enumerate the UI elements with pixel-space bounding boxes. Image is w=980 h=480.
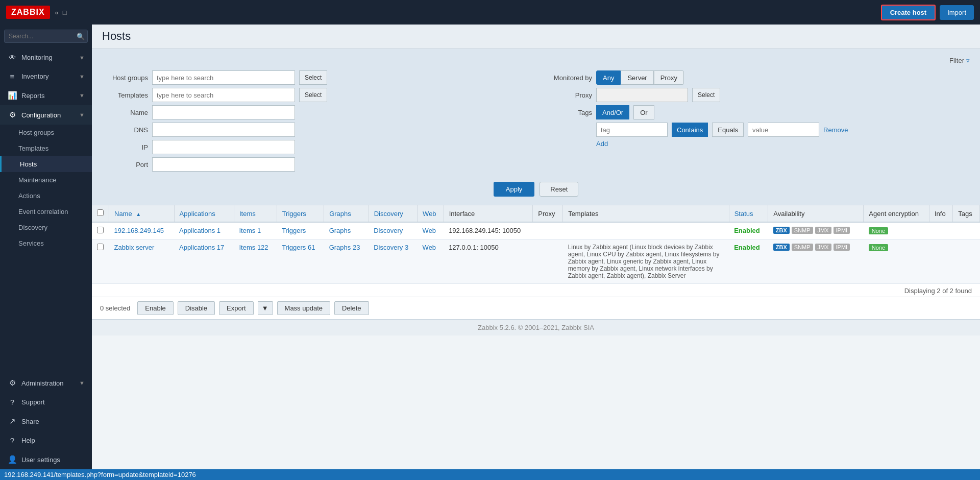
tags-row: Tags And/Or Or [546,105,970,119]
share-icon: ↗ [7,417,17,426]
sidebar-label-inventory: Inventory [21,73,48,80]
contains-button[interactable]: Contains [672,123,708,137]
name-label: Name [102,109,148,116]
chevron-icon: ▼ [79,92,85,99]
equals-button[interactable]: Equals [712,123,744,137]
host-groups-row: Host groups Select [102,70,526,85]
monitored-any-button[interactable]: Any [596,70,621,85]
col-triggers[interactable]: Triggers [277,205,324,222]
sidebar-item-reports[interactable]: 📊 Reports ▼ [0,86,92,105]
sidebar-sub-host-groups[interactable]: Host groups [0,125,92,140]
topbar-nav-icons[interactable]: « □ [55,9,67,16]
templates-select-button[interactable]: Select [299,88,327,102]
col-status[interactable]: Status [729,205,768,222]
filter-section: Filter ▿ Host groups Select Templates Se… [92,49,980,205]
monitored-proxy-button[interactable]: Proxy [654,70,684,85]
discovery-link[interactable]: Discovery 3 [374,244,408,251]
chevron-icon: ▼ [79,380,85,386]
items-link[interactable]: Items 1 [239,227,261,234]
sidebar-item-administration[interactable]: ⚙ Administration ▼ [0,373,92,393]
port-input[interactable] [152,157,295,172]
zbx-badge: ZBX [773,227,790,234]
sidebar-item-help[interactable]: ? Help [0,431,92,450]
discovery-link[interactable]: Discovery [374,227,403,234]
import-button[interactable]: Import [940,5,974,20]
col-name[interactable]: Name ▲ [109,205,175,222]
triggers-link[interactable]: Triggers 61 [282,244,315,251]
add-link[interactable]: Add [596,140,608,148]
search-box[interactable]: 🔍 [4,30,88,43]
tags-or-button[interactable]: Or [633,105,654,119]
encryption-badge: None [869,244,888,251]
help-icon: ? [7,436,17,445]
filter-icon[interactable]: ▿ [966,57,970,64]
dns-input[interactable] [152,123,295,137]
col-items[interactable]: Items [234,205,277,222]
reset-button[interactable]: Reset [540,182,578,197]
col-web[interactable]: Web [418,205,444,222]
sidebar-item-monitoring[interactable]: 👁 Monitoring ▼ [0,48,92,67]
name-input[interactable] [152,105,295,119]
sidebar-item-inventory[interactable]: ≡ Inventory ▼ [0,67,92,86]
proxy-row: Proxy Select [546,88,970,102]
sidebar-sub-maintenance[interactable]: Maintenance [0,172,92,188]
filter-left: Host groups Select Templates Select Name [102,70,526,175]
col-interface: Interface [444,205,533,222]
web-link[interactable]: Web [423,244,436,251]
host-groups-select-button[interactable]: Select [299,70,327,85]
sidebar-sub-discovery[interactable]: Discovery [0,220,92,235]
create-host-button[interactable]: Create host [881,5,936,20]
graphs-link[interactable]: Graphs 23 [329,244,360,251]
graphs-link[interactable]: Graphs [329,227,351,234]
host-name-link[interactable]: Zabbix server [114,244,155,251]
tag-input[interactable] [596,123,668,137]
row-checkbox[interactable] [97,244,104,250]
monitored-server-button[interactable]: Server [621,70,653,85]
sidebar-item-user-settings[interactable]: 👤 User settings [0,450,92,469]
proxy-select-button[interactable]: Select [692,88,720,102]
remove-link[interactable]: Remove [823,126,848,134]
sidebar-label-monitoring: Monitoring [21,54,53,61]
sidebar-sub-actions[interactable]: Actions [0,188,92,204]
apply-button[interactable]: Apply [494,182,535,197]
monitored-by-group: Any Server Proxy [596,70,684,85]
select-all-checkbox[interactable] [97,209,104,216]
delete-button[interactable]: Delete [334,301,369,315]
export-button[interactable]: Export [219,301,254,315]
fullscreen-icon[interactable]: □ [63,9,67,16]
support-icon: ? [7,398,17,406]
web-link[interactable]: Web [423,227,436,234]
status-badge: Enabled [734,227,760,234]
mass-update-button[interactable]: Mass update [277,301,330,315]
tags-andor-button[interactable]: And/Or [596,105,629,119]
search-input[interactable] [4,30,88,43]
status-bar: 192.168.249.141/templates.php?form=updat… [0,469,980,480]
sidebar-sub-event-correlation[interactable]: Event correlation [0,204,92,220]
sidebar-sub-templates[interactable]: Templates [0,140,92,156]
status-url: 192.168.249.141/templates.php?form=updat… [4,471,196,478]
sidebar-item-share[interactable]: ↗ Share [0,412,92,431]
applications-link[interactable]: Applications 17 [179,244,224,251]
disable-button[interactable]: Disable [178,301,215,315]
col-applications[interactable]: Applications [174,205,234,222]
enable-button[interactable]: Enable [137,301,173,315]
row-checkbox[interactable] [97,227,104,233]
displaying-info: Displaying 2 of 2 found [92,284,980,297]
sidebar-sub-hosts[interactable]: Hosts [0,156,92,172]
col-discovery[interactable]: Discovery [369,205,417,222]
host-groups-input[interactable] [152,70,295,85]
triggers-link[interactable]: Triggers [282,227,306,234]
col-graphs[interactable]: Graphs [324,205,369,222]
applications-link[interactable]: Applications 1 [179,227,220,234]
items-link[interactable]: Items 122 [239,244,268,251]
host-name-link[interactable]: 192.168.249.145 [114,227,164,234]
sidebar-sub-services[interactable]: Services [0,235,92,251]
templates-input[interactable] [152,88,295,102]
export-dropdown-button[interactable]: ▼ [258,301,273,315]
ip-input[interactable] [152,140,295,154]
value-input[interactable] [748,123,819,137]
host-groups-label: Host groups [102,74,148,82]
sidebar-item-configuration[interactable]: ⚙ Configuration ▼ [0,105,92,125]
collapse-icon[interactable]: « [55,9,59,16]
sidebar-item-support[interactable]: ? Support [0,393,92,412]
